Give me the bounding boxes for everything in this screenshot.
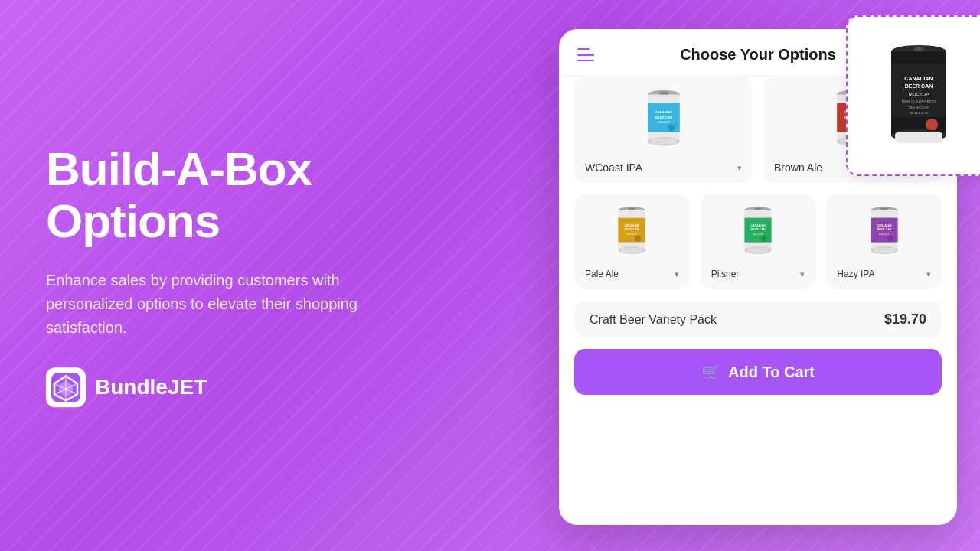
svg-text:CAN MOCKUP: CAN MOCKUP xyxy=(908,106,929,109)
pale-ale-label: Pale Ale xyxy=(585,269,619,279)
svg-text:BEER CAN: BEER CAN xyxy=(905,83,933,89)
svg-rect-68 xyxy=(873,248,895,253)
pale-ale-chevron: ▾ xyxy=(675,269,679,279)
hamburger-menu-icon[interactable] xyxy=(577,48,594,62)
svg-text:MOCKUP: MOCKUP xyxy=(909,92,929,96)
svg-rect-28 xyxy=(651,139,677,145)
svg-text:CANADIAN: CANADIAN xyxy=(877,224,892,227)
svg-rect-58 xyxy=(747,248,769,253)
svg-text:MOCKUP: MOCKUP xyxy=(879,233,890,236)
hamburger-line-3 xyxy=(577,60,594,62)
svg-text:CANADIAN: CANADIAN xyxy=(625,224,640,227)
svg-rect-69 xyxy=(880,208,888,210)
cart-price: $19.70 xyxy=(884,311,926,328)
svg-point-66 xyxy=(887,236,893,242)
floating-can-popup: CANADIAN BEER CAN MOCKUP 100% QUALITY BE… xyxy=(846,15,980,176)
floating-can-svg: CANADIAN BEER CAN MOCKUP 100% QUALITY BE… xyxy=(884,41,953,152)
svg-text:100% QUALITY BEER: 100% QUALITY BEER xyxy=(901,100,936,104)
svg-point-46 xyxy=(635,236,641,242)
bundlejet-logo-icon xyxy=(51,373,80,403)
hazy-ipa-dropdown[interactable]: Hazy IPA ▾ xyxy=(834,267,934,281)
can-pale-ale: CANADIAN BEER CAN MOCKUP xyxy=(612,204,651,259)
brand-logo xyxy=(46,368,86,408)
cart-label: Craft Beer Variety Pack xyxy=(590,313,717,327)
can-pilsner: CANADIAN BEER CAN MOCKUP xyxy=(739,204,777,259)
svg-text:CANADIAN: CANADIAN xyxy=(655,110,672,114)
svg-text:BEER CAN: BEER CAN xyxy=(877,228,891,231)
svg-point-56 xyxy=(761,236,767,242)
product-pale-ale: CANADIAN BEER CAN MOCKUP Pale Ale ▾ xyxy=(574,194,690,289)
svg-text:MOCKUP: MOCKUP xyxy=(657,121,670,124)
svg-text:BEER CAN: BEER CAN xyxy=(625,228,639,231)
cart-summary: Craft Beer Variety Pack $19.70 xyxy=(574,301,942,338)
svg-text:MOCKUP: MOCKUP xyxy=(626,233,637,236)
brand-name: BundleJET xyxy=(95,376,207,400)
ui-card: CANADIAN BEER CAN MOCKUP 100% QUALITY BE… xyxy=(559,29,957,525)
svg-text:CANADIAN: CANADIAN xyxy=(750,224,766,227)
pale-ale-dropdown[interactable]: Pale Ale ▾ xyxy=(582,267,682,281)
svg-rect-19 xyxy=(895,132,942,143)
can-hazy-ipa: CANADIAN BEER CAN MOCKUP xyxy=(865,204,903,259)
hazy-ipa-label: Hazy IPA xyxy=(837,269,874,279)
pilsner-label: Pilsner xyxy=(711,269,740,279)
hamburger-line-2 xyxy=(577,54,594,56)
cart-icon: 🛒 xyxy=(701,363,720,381)
svg-rect-59 xyxy=(754,208,762,210)
product-hazy-ipa: CANADIAN BEER CAN MOCKUP Hazy IPA ▾ xyxy=(826,194,942,289)
headline: Build-A-Box Options xyxy=(46,143,413,247)
product-wcoast-ipa: CANADIAN BEER CAN MOCKUP WCoast IPA ▾ xyxy=(574,77,753,183)
svg-rect-29 xyxy=(659,92,668,95)
svg-point-15 xyxy=(926,119,938,131)
pilsner-dropdown[interactable]: Pilsner ▾ xyxy=(708,267,808,281)
wcoast-ipa-chevron: ▾ xyxy=(737,163,742,173)
wcoast-ipa-label: WCoast IPA xyxy=(585,161,642,174)
brown-ale-label: Brown Ale xyxy=(774,161,822,174)
add-to-cart-label: Add To Cart xyxy=(728,364,815,381)
products-row-2: CANADIAN BEER CAN MOCKUP Pale Ale ▾ CANA… xyxy=(559,194,957,289)
svg-text:2024 01 03 00: 2024 01 03 00 xyxy=(910,112,928,115)
svg-rect-49 xyxy=(629,208,636,210)
svg-point-18 xyxy=(916,46,921,51)
svg-text:MOCKUP: MOCKUP xyxy=(753,233,763,236)
left-panel: Build-A-Box Options Enhance sales by pro… xyxy=(46,143,413,407)
product-pilsner: CANADIAN BEER CAN MOCKUP Pilsner ▾ xyxy=(701,194,816,289)
hazy-ipa-chevron: ▾ xyxy=(926,269,931,279)
svg-text:BEER CAN: BEER CAN xyxy=(655,116,671,119)
svg-text:CANADIAN: CANADIAN xyxy=(904,76,933,81)
svg-text:BEER CAN: BEER CAN xyxy=(751,228,766,231)
wcoast-ipa-dropdown[interactable]: WCoast IPA ▾ xyxy=(582,160,745,175)
brand: BundleJET xyxy=(46,368,413,408)
svg-point-26 xyxy=(667,124,674,131)
svg-rect-48 xyxy=(621,248,643,253)
can-wcoast-ipa: CANADIAN BEER CAN MOCKUP xyxy=(641,87,687,152)
description: Enhance sales by providing customers wit… xyxy=(46,269,413,341)
pilsner-chevron: ▾ xyxy=(800,269,805,279)
add-to-cart-button[interactable]: 🛒 Add To Cart xyxy=(574,349,942,395)
hamburger-line-1 xyxy=(577,48,590,51)
